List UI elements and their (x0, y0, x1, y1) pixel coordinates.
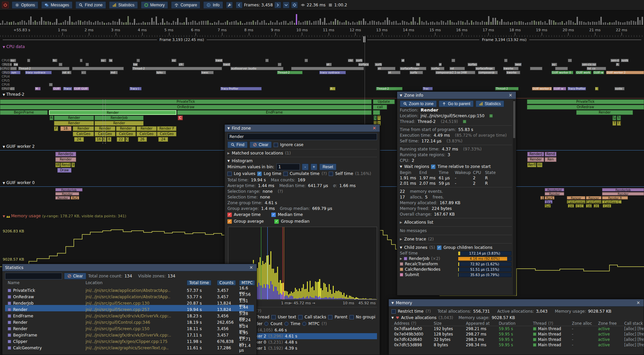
frame-bar[interactable] (188, 22, 189, 25)
frame-bar[interactable] (183, 22, 185, 25)
frame-bar[interactable] (15, 23, 16, 25)
frame-bar[interactable] (607, 23, 608, 25)
histogram-bar[interactable] (298, 291, 299, 299)
frame-bar[interactable] (345, 20, 347, 25)
frame-bar[interactable] (615, 20, 617, 25)
power-button[interactable] (2, 2, 9, 8)
child-zone-row[interactable]: RecalcTransform72.92 μs (1.62%) (400, 261, 512, 267)
frame-bar[interactable] (583, 22, 585, 25)
frame-bar[interactable] (357, 22, 358, 25)
frame-bar[interactable] (80, 20, 81, 25)
prev-frame-button[interactable] (236, 2, 243, 8)
timeline-zone[interactable]: 24 (568, 204, 574, 208)
group-by-option-checkbox[interactable] (298, 315, 303, 319)
frame-bar[interactable] (447, 20, 448, 25)
frame-bar[interactable] (283, 21, 284, 25)
goto-frame-button[interactable] (291, 2, 298, 8)
zone-info-titlebar[interactable]: ▼ Zone info ✕ (397, 92, 516, 99)
cpu-zone[interactable]: surfacefinge (475, 67, 495, 70)
timeline-zone[interactable] (373, 110, 380, 115)
timeline-zone[interactable]: T (612, 121, 616, 126)
frame-bar[interactable] (141, 23, 142, 25)
frame-bar[interactable] (102, 21, 103, 25)
memory-button[interactable]: Memory (141, 1, 168, 9)
frame-bar[interactable] (354, 23, 356, 25)
frame-bar[interactable] (249, 22, 250, 25)
frame-bar[interactable] (559, 22, 561, 25)
frame-bar[interactable] (145, 23, 146, 25)
frame-bar[interactable] (285, 21, 286, 25)
cpu-zone[interactable] (305, 59, 308, 62)
frame-bar[interactable] (503, 22, 505, 25)
timeline-zone[interactable]: Update (373, 99, 395, 104)
timeline-zone[interactable]: CalcGeo (137, 132, 157, 136)
cpu-zone[interactable]: GUIF w (553, 87, 566, 90)
collapse-icon[interactable]: ▼ (3, 181, 5, 185)
timeline-zone[interactable]: 26 (138, 137, 147, 142)
frame-bar[interactable] (596, 22, 597, 25)
frame-bar[interactable] (460, 21, 462, 25)
frame-bar[interactable] (149, 22, 150, 25)
frame-bar[interactable] (523, 22, 524, 25)
collapse-icon[interactable]: ▼ (227, 127, 230, 130)
timeline-zone[interactable]: BeginFrame (0, 110, 48, 115)
cpu-zone[interactable] (291, 67, 364, 70)
histogram-bar[interactable] (318, 282, 319, 299)
frame-bar[interactable] (335, 19, 336, 25)
cpu-zone[interactable]: isu (10, 59, 16, 62)
frame-bar[interactable] (177, 18, 178, 25)
cpu-zone[interactable]: Thread-2 (376, 87, 402, 90)
expand-icon[interactable]: ▶ (400, 257, 402, 260)
cpu-zone[interactable]: su (171, 59, 176, 62)
frame-bar[interactable] (436, 21, 438, 25)
frame-bar[interactable] (229, 22, 230, 25)
frame-bar[interactable] (289, 21, 291, 25)
frame-bar[interactable] (95, 21, 96, 25)
frame-bar[interactable] (633, 21, 634, 25)
frame-bar[interactable] (296, 14, 297, 25)
timeline-zone[interactable]: Render (602, 192, 644, 195)
cpu-zone[interactable]: surfac (375, 63, 382, 66)
frame-bar[interactable] (104, 23, 105, 25)
log-time-checkbox[interactable] (257, 172, 262, 176)
frame-bar[interactable] (620, 22, 621, 25)
memory-usage-header[interactable]: ▼ ▲▲ Memory usage (y-range: 178.27 KB, v… (3, 214, 126, 218)
frame-bar[interactable] (408, 23, 410, 25)
timeline-zone[interactable]: F (54, 126, 58, 131)
frame-bar[interactable] (382, 22, 384, 25)
cpu-zone[interactable]: surfaceflinger (400, 67, 426, 70)
cpu-zone[interactable]: cfr (178, 63, 184, 66)
cpu-zone[interactable]: fot_co (587, 67, 606, 70)
cpu-zone[interactable]: surfac (431, 67, 444, 70)
group-by-option-checkbox[interactable] (328, 315, 332, 319)
close-icon[interactable]: ✕ (249, 265, 254, 270)
timeline-zone[interactable]: Render (73, 126, 94, 131)
frame-bar[interactable] (613, 22, 615, 25)
frame-bar[interactable] (453, 23, 455, 25)
frame-bar[interactable] (456, 23, 457, 25)
frame-bar[interactable] (21, 20, 23, 25)
cpu-zone[interactable]: Thread-2 (18, 67, 70, 70)
cpu-zone[interactable]: tracy_systrace (25, 71, 52, 74)
cpu-zone[interactable]: kwoc (201, 71, 214, 74)
frame-bar[interactable] (268, 23, 269, 25)
histogram-bar[interactable] (304, 289, 305, 299)
frame-bar[interactable] (462, 21, 464, 25)
column-header[interactable]: Name (8, 280, 86, 285)
table-row[interactable]: PrivateTickjni/../jni/src/claw/applicati… (5, 286, 254, 292)
timeline-zone[interactable]: Render (55, 157, 76, 162)
frame-bar[interactable] (33, 22, 34, 25)
frame-bar[interactable] (311, 23, 312, 25)
frame-bar[interactable] (581, 21, 582, 25)
frame-bar[interactable] (0, 23, 1, 25)
cpu-zone[interactable]: sen-cis system_s (582, 63, 596, 66)
timeline-zone[interactable]: RenderJ (527, 152, 544, 157)
legend-checkbox[interactable] (271, 213, 276, 217)
cpu-zone[interactable]: GUIF (53, 87, 61, 90)
min-bin-input[interactable] (276, 164, 300, 170)
frame-bar[interactable] (48, 21, 49, 25)
frame-bar[interactable] (235, 20, 237, 25)
frame-bar[interactable] (475, 21, 477, 25)
timeline-zone[interactable]: CalcGeo (73, 132, 94, 136)
frame-bar[interactable] (458, 21, 459, 25)
